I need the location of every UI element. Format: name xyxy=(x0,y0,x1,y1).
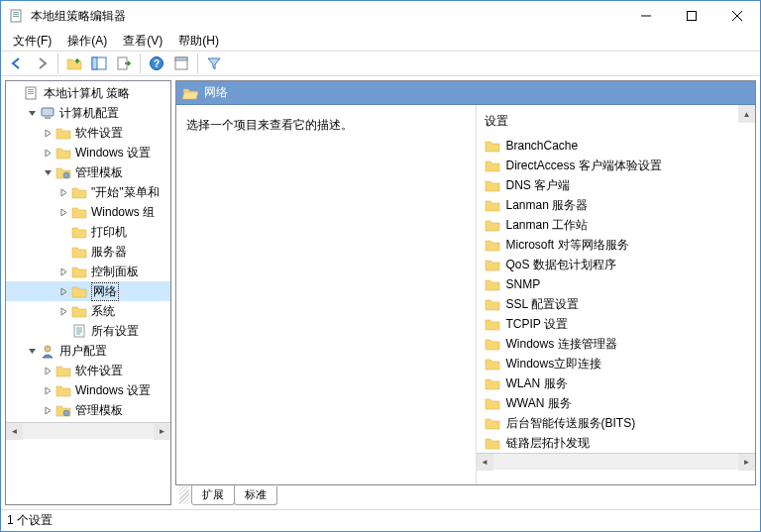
list-item-label: Microsoft 对等网络服务 xyxy=(506,237,629,254)
right-pane: 网络 选择一个项目来查看它的描述。 ▲ 设置 BranchCacheDirect… xyxy=(175,80,756,505)
scroll-up-icon[interactable]: ▲ xyxy=(738,105,755,123)
minimize-button[interactable] xyxy=(623,1,669,31)
chevron-right-icon[interactable] xyxy=(57,266,69,277)
chevron-right-icon[interactable] xyxy=(42,384,54,396)
tree-printer[interactable]: 打印机 xyxy=(6,222,170,242)
list-item[interactable]: Lanman 服务器 xyxy=(477,195,756,215)
tree-windows-settings[interactable]: Windows 设置 xyxy=(6,143,170,162)
list-item[interactable]: Windows 连接管理器 xyxy=(477,334,756,354)
twisty-none xyxy=(10,87,22,99)
list-item-label: Lanman 工作站 xyxy=(506,217,589,234)
list-item-label: SSL 配置设置 xyxy=(506,296,580,313)
chevron-right-icon[interactable] xyxy=(57,186,69,198)
tree-all-settings[interactable]: 所有设置 xyxy=(6,321,170,341)
menu-view[interactable]: 查看(V) xyxy=(115,31,170,52)
up-button[interactable] xyxy=(62,53,86,74)
chevron-right-icon[interactable] xyxy=(42,365,54,376)
chevron-right-icon[interactable] xyxy=(57,206,69,218)
list-item[interactable]: WWAN 服务 xyxy=(477,393,756,413)
list-item[interactable]: 链路层拓扑发现 xyxy=(477,433,756,453)
svg-text:?: ? xyxy=(154,58,160,69)
tree-windows-components[interactable]: Windows 组 xyxy=(6,202,170,222)
show-hide-tree-button[interactable] xyxy=(87,53,111,74)
tree-item-label: 管理模板 xyxy=(75,402,123,419)
chevron-down-icon[interactable] xyxy=(42,166,54,178)
tree-server[interactable]: 服务器 xyxy=(6,242,170,262)
tree-item-label: "开始"菜单和 xyxy=(91,184,160,201)
chevron-down-icon[interactable] xyxy=(26,345,38,357)
folder-icon xyxy=(71,224,87,240)
tree-admin-templates-2[interactable]: 管理模板 xyxy=(6,400,170,420)
twisty-none xyxy=(57,226,69,238)
gear-folder-icon xyxy=(55,402,71,418)
settings-column-header[interactable]: 设置 xyxy=(477,109,756,136)
folder-icon xyxy=(485,395,500,411)
folder-icon xyxy=(485,177,500,193)
folder-icon xyxy=(55,363,71,378)
tree-user-config[interactable]: 用户配置 xyxy=(6,341,170,361)
back-button[interactable] xyxy=(5,53,29,74)
list-item[interactable]: 后台智能传送服务(BITS) xyxy=(477,413,756,433)
folder-icon xyxy=(55,125,71,141)
titlebar: 本地组策略编辑器 xyxy=(1,1,760,31)
folder-icon xyxy=(485,336,500,352)
export-button[interactable] xyxy=(112,53,136,74)
list-item-label: QoS 数据包计划程序 xyxy=(506,257,616,273)
tree-system[interactable]: 系统 xyxy=(6,301,170,321)
tree-admin-templates[interactable]: 管理模板 xyxy=(6,162,170,182)
list-item[interactable]: DNS 客户端 xyxy=(477,175,756,195)
tree-control-panel[interactable]: 控制面板 xyxy=(6,262,170,281)
list-item[interactable]: Lanman 工作站 xyxy=(477,215,756,235)
tree-start-menu[interactable]: "开始"菜单和 xyxy=(6,182,170,202)
chevron-right-icon[interactable] xyxy=(42,127,54,139)
list-item[interactable]: SSL 配置设置 xyxy=(477,294,756,314)
list-item[interactable]: BranchCache xyxy=(477,136,756,156)
scroll-right-icon[interactable]: ► xyxy=(738,454,755,471)
scroll-left-icon[interactable]: ◄ xyxy=(477,454,493,471)
maximize-button[interactable] xyxy=(669,1,714,31)
list-hscrollbar[interactable]: ◄ ► xyxy=(477,453,756,470)
menu-help[interactable]: 帮助(H) xyxy=(170,31,227,52)
folder-icon xyxy=(71,264,87,279)
close-button[interactable] xyxy=(714,1,760,31)
tree-software-settings[interactable]: 软件设置 xyxy=(6,123,170,143)
settings-list[interactable]: ▲ 设置 BranchCacheDirectAccess 客户端体验设置DNS … xyxy=(476,105,756,484)
tree-hscrollbar[interactable]: ◄ ► xyxy=(6,422,170,439)
tab-grip-icon xyxy=(179,486,189,504)
menu-action[interactable]: 操作(A) xyxy=(59,31,115,52)
description-column: 选择一个项目来查看它的描述。 xyxy=(176,105,476,484)
list-item[interactable]: WLAN 服务 xyxy=(477,373,756,393)
chevron-right-icon[interactable] xyxy=(57,305,69,317)
scroll-left-icon[interactable]: ◄ xyxy=(6,423,23,440)
tree-network[interactable]: 网络 xyxy=(6,281,170,301)
chevron-down-icon[interactable] xyxy=(26,107,38,119)
tree-item-label: Windows 设置 xyxy=(75,382,151,399)
properties-button[interactable] xyxy=(169,53,193,74)
folder-icon xyxy=(485,316,500,332)
filter-button[interactable] xyxy=(202,53,226,74)
tree-computer-config[interactable]: 计算机配置 xyxy=(6,103,170,123)
chevron-right-icon[interactable] xyxy=(42,147,54,159)
forward-button[interactable] xyxy=(30,53,54,74)
tree-pane[interactable]: 本地计算机 策略计算机配置软件设置Windows 设置管理模板"开始"菜单和Wi… xyxy=(5,80,171,505)
help-button[interactable]: ? xyxy=(145,53,168,74)
tab-standard[interactable]: 标准 xyxy=(234,486,277,505)
list-item[interactable]: Windows立即连接 xyxy=(477,354,756,373)
list-item[interactable]: SNMP xyxy=(477,274,756,294)
chevron-right-icon[interactable] xyxy=(42,404,54,416)
scroll-right-icon[interactable]: ► xyxy=(154,423,170,440)
folder-icon xyxy=(485,138,500,154)
list-item[interactable]: QoS 数据包计划程序 xyxy=(477,255,756,274)
tree-windows-settings-2[interactable]: Windows 设置 xyxy=(6,380,170,400)
tree-root[interactable]: 本地计算机 策略 xyxy=(6,83,170,103)
list-item[interactable]: TCPIP 设置 xyxy=(477,314,756,334)
list-item-label: Windows立即连接 xyxy=(506,356,602,372)
tree-software-settings-2[interactable]: 软件设置 xyxy=(6,361,170,380)
tree-item-label: Windows 设置 xyxy=(75,145,151,161)
tab-extended[interactable]: 扩展 xyxy=(191,485,235,505)
list-item[interactable]: DirectAccess 客户端体验设置 xyxy=(477,156,756,175)
list-item[interactable]: Microsoft 对等网络服务 xyxy=(477,235,756,255)
menu-file[interactable]: 文件(F) xyxy=(5,31,59,52)
tree-item-label: 控制面板 xyxy=(91,264,139,280)
chevron-right-icon[interactable] xyxy=(57,285,69,297)
